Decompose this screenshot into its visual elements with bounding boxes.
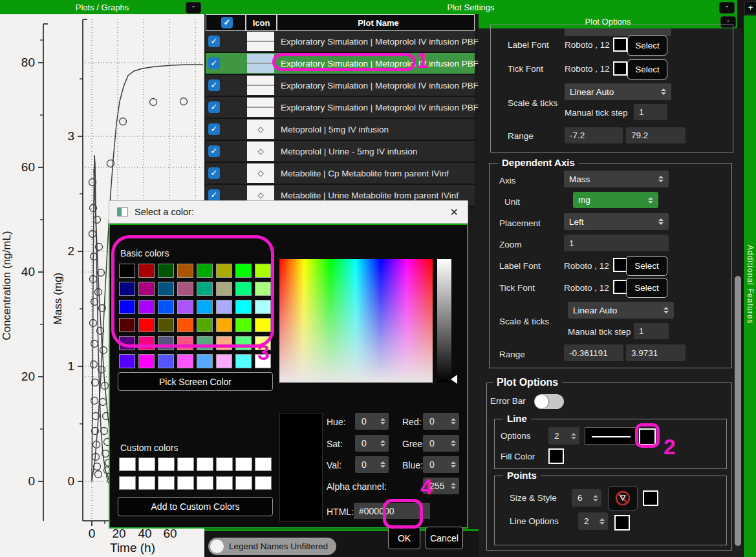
minimize-button[interactable]: - (186, 2, 201, 14)
basic-color-swatch[interactable] (235, 318, 252, 332)
close-icon[interactable]: ✕ (450, 206, 459, 218)
basic-color-swatch[interactable] (216, 300, 232, 314)
basic-color-swatch[interactable] (138, 264, 155, 278)
vertical-scrollbar[interactable] (733, 28, 742, 557)
manual-tick-step-input[interactable]: 1 (634, 104, 667, 120)
basic-color-swatch[interactable] (138, 354, 155, 368)
legend-names-toggle[interactable]: Legend Names Unfiltered (208, 538, 336, 555)
label-font-select-button[interactable]: Select (626, 256, 667, 276)
basic-color-swatch[interactable] (158, 300, 174, 314)
custom-color-swatch[interactable] (216, 457, 233, 471)
row-checkbox[interactable]: ✓ (208, 123, 220, 135)
basic-color-swatch[interactable] (255, 354, 271, 368)
range-max-input[interactable]: 79.2 (626, 127, 686, 143)
basic-color-swatch[interactable] (177, 318, 193, 332)
cancel-button[interactable]: Cancel (426, 527, 463, 549)
green-input[interactable]: 0 (423, 435, 459, 452)
table-row[interactable]: ✓◇Metoprolol | Urine - 5mg IV infusion (206, 141, 475, 163)
scrollbar-thumb[interactable] (735, 276, 741, 546)
custom-color-swatch[interactable] (197, 476, 213, 490)
pick-screen-color-button[interactable]: Pick Screen Color (118, 372, 273, 391)
basic-color-swatch[interactable] (138, 318, 155, 332)
custom-color-swatch[interactable] (197, 457, 213, 471)
axis-dropdown[interactable]: Mass (564, 171, 669, 187)
line-color-box[interactable] (639, 428, 656, 445)
custom-color-swatch[interactable] (138, 476, 155, 490)
custom-color-swatch[interactable] (216, 476, 233, 490)
basic-color-swatch[interactable] (119, 336, 135, 350)
html-color-input[interactable]: #000000 (354, 503, 430, 519)
row-checkbox[interactable]: ✓ (208, 101, 220, 113)
zoom-input[interactable]: 1 (564, 235, 669, 251)
scale-mode-dropdown[interactable]: Linear Auto (568, 302, 674, 319)
table-row[interactable]: ✓◇Metabolite | Cp Metabolite from parent… (206, 163, 475, 185)
expand-button[interactable]: + (744, 1, 756, 15)
basic-color-swatch[interactable] (235, 300, 252, 314)
line-style-icon[interactable] (247, 54, 274, 73)
point-color-box[interactable] (643, 490, 658, 506)
line-style-icon[interactable] (247, 76, 274, 95)
basic-color-swatch[interactable] (216, 318, 232, 332)
table-row[interactable]: ✓Exploratory Simulation | Metoprolol IV … (206, 97, 475, 119)
additional-features-strip[interactable]: Additional Features (744, 16, 756, 557)
custom-color-swatch[interactable] (177, 457, 194, 471)
basic-color-swatch[interactable] (235, 264, 252, 278)
range-max-input[interactable]: 3.9731 (626, 344, 686, 361)
tick-font-select-button[interactable]: Select (626, 278, 667, 298)
basic-color-swatch[interactable] (197, 318, 213, 332)
basic-color-swatch[interactable] (235, 336, 252, 350)
custom-color-swatch[interactable] (235, 476, 252, 490)
basic-color-swatch[interactable] (255, 336, 271, 350)
alpha-input[interactable]: 255 (423, 478, 459, 494)
minimize-button[interactable]: - (719, 2, 735, 14)
basic-color-swatch[interactable] (119, 264, 135, 278)
basic-color-swatch[interactable] (216, 282, 232, 296)
line-style-preview[interactable] (585, 427, 638, 445)
unit-dropdown[interactable]: mg (573, 192, 658, 208)
custom-color-swatch[interactable] (235, 457, 252, 471)
label-font-select-button[interactable]: Select (627, 36, 667, 56)
custom-color-swatch[interactable] (158, 457, 175, 471)
value-slider[interactable] (437, 259, 451, 383)
point-line-color-box[interactable] (614, 515, 630, 531)
line-style-icon[interactable] (247, 98, 274, 117)
custom-color-swatch[interactable] (138, 457, 155, 471)
basic-color-swatch[interactable] (235, 354, 252, 368)
placement-dropdown[interactable]: Left (564, 213, 669, 230)
manual-tick-step-input[interactable]: 1 (634, 323, 669, 339)
basic-color-swatch[interactable] (158, 264, 174, 278)
table-row[interactable]: ✓Exploratory Simulation | Metoprolol IV … (206, 75, 475, 97)
basic-color-swatch[interactable] (197, 264, 213, 278)
row-checkbox[interactable]: ✓ (208, 79, 220, 91)
basic-color-swatch[interactable] (158, 354, 174, 368)
basic-color-swatch[interactable] (138, 336, 155, 350)
basic-color-swatch[interactable] (216, 336, 232, 350)
table-row[interactable]: ✓Exploratory Simulation | Metoprolol IV … (206, 31, 475, 53)
ok-button[interactable]: OK (388, 527, 420, 549)
tick-font-color-box[interactable] (613, 61, 627, 76)
basic-color-swatch[interactable] (235, 282, 252, 296)
custom-color-swatch[interactable] (158, 476, 175, 490)
custom-color-swatch[interactable] (255, 457, 272, 471)
basic-color-swatch[interactable] (158, 336, 174, 350)
basic-color-swatch[interactable] (216, 354, 232, 368)
label-font-color-box[interactable] (613, 37, 627, 52)
custom-color-swatch[interactable] (255, 476, 272, 490)
dialog-titlebar[interactable]: Select a color: ✕ (109, 200, 468, 224)
row-checkbox[interactable]: ✓ (208, 36, 220, 47)
tick-font-select-button[interactable]: Select (627, 59, 667, 79)
custom-color-swatch[interactable] (119, 457, 136, 471)
sat-input[interactable]: 0 (355, 435, 389, 452)
diamond-marker-icon[interactable]: ◇ (247, 142, 274, 161)
basic-color-swatch[interactable] (177, 336, 193, 350)
basic-color-swatch[interactable] (119, 318, 135, 332)
point-style-button[interactable] (608, 486, 638, 510)
scale-mode-dropdown[interactable]: Linear Auto (565, 83, 671, 100)
basic-color-swatch[interactable] (138, 282, 155, 296)
basic-color-swatch[interactable] (197, 336, 213, 350)
basic-color-swatch[interactable] (255, 318, 271, 332)
blue-input[interactable]: 0 (423, 456, 459, 473)
error-bar-toggle[interactable] (534, 394, 564, 409)
tick-font-color-box[interactable] (613, 280, 627, 294)
basic-color-swatch[interactable] (177, 264, 193, 278)
